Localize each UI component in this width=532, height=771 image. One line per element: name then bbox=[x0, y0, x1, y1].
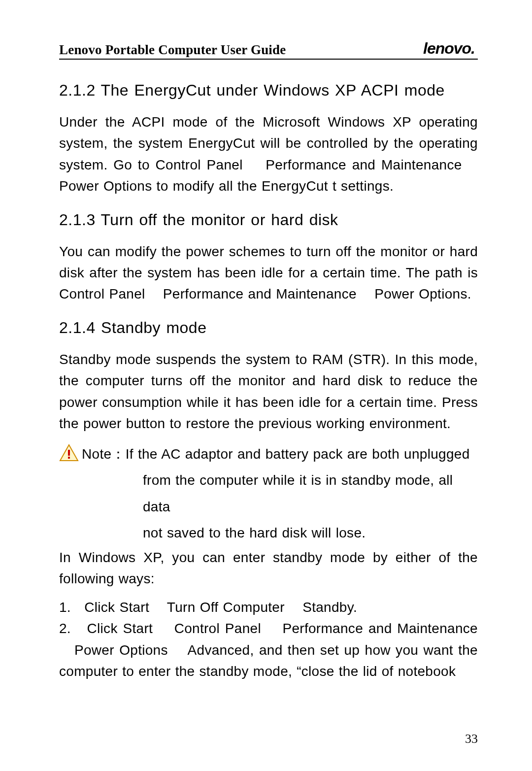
note-line-2: from the computer while it is in standby… bbox=[143, 467, 478, 519]
svg-rect-2 bbox=[68, 457, 70, 459]
section-heading-214: 2.1.4 Standby mode bbox=[59, 319, 478, 337]
brand-logo: lenovo. bbox=[423, 39, 478, 58]
section-body-212: Under the ACPI mode of the Microsoft Win… bbox=[59, 111, 478, 197]
note-block: Note：If the AC adaptor and battery pack … bbox=[59, 441, 478, 467]
note-line-3: not saved to the hard disk will lose. bbox=[143, 520, 478, 546]
section-heading-213: 2.1.3 Turn off the monitor or hard disk bbox=[59, 211, 478, 229]
section-body-213: You can modify the power schemes to turn… bbox=[59, 241, 478, 305]
standby-intro: In Windows XP, you can enter standby mod… bbox=[59, 547, 478, 590]
warning-triangle-icon bbox=[59, 444, 79, 462]
list-item-2: 2. Click Start Control Panel Performance… bbox=[59, 618, 478, 682]
list-item-1: 1. Click Start Turn Off Computer Standby… bbox=[59, 597, 478, 618]
note-line-1: Note：If the AC adaptor and battery pack … bbox=[82, 441, 470, 467]
page-header: Lenovo Portable Computer User Guide leno… bbox=[59, 39, 478, 60]
section-heading-212: 2.1.2 The EnergyCut under Windows XP ACP… bbox=[59, 81, 478, 100]
header-title: Lenovo Portable Computer User Guide bbox=[59, 42, 286, 58]
page-number: 33 bbox=[465, 732, 478, 746]
document-page: Lenovo Portable Computer User Guide leno… bbox=[0, 0, 532, 771]
svg-rect-1 bbox=[68, 450, 70, 456]
section-body-214: Standby mode suspends the system to RAM … bbox=[59, 349, 478, 435]
